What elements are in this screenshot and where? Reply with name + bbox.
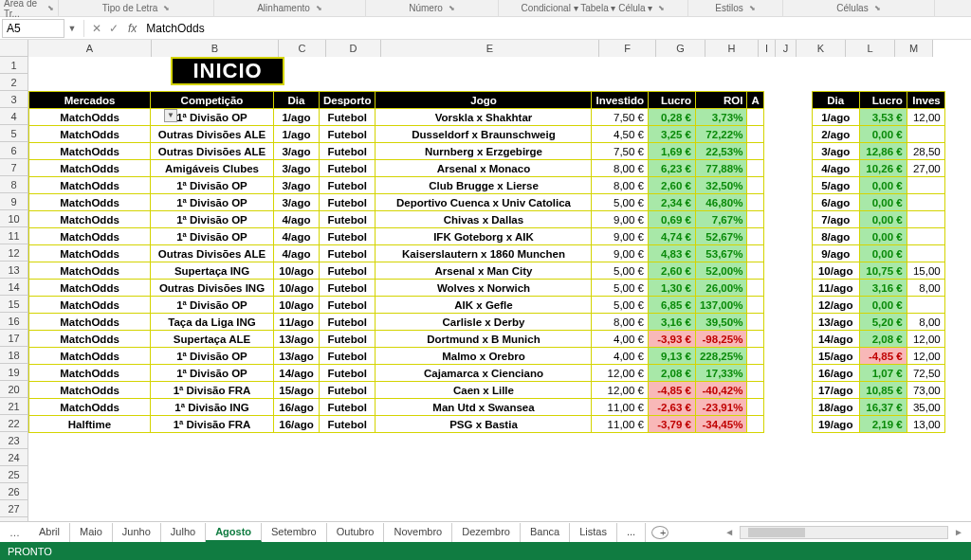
table-header[interactable]: Mercados	[29, 92, 151, 109]
row-header[interactable]: 25	[0, 466, 27, 483]
row-header[interactable]: 17	[0, 330, 27, 347]
table-header[interactable]: ROI	[695, 92, 746, 109]
sheet-tab[interactable]: Outubro	[327, 523, 385, 542]
main-table[interactable]: MercadosCompetiçãoDiaDesportoJogoInvesti…	[28, 91, 764, 433]
table-row[interactable]: MatchOdds1ª Divisão FRA15/agoFutebolCaen…	[29, 382, 764, 399]
sheet-tab[interactable]: Dezembro	[452, 523, 521, 542]
row-header[interactable]: 2	[0, 74, 27, 91]
cancel-formula-icon[interactable]: ✕	[88, 22, 105, 35]
table-row[interactable]: MatchOddsOutras Divisões ING10/agoFutebo…	[29, 280, 764, 297]
table-row[interactable]: 5/ago0,00 €	[812, 177, 944, 194]
row-header[interactable]: 1	[0, 57, 27, 74]
sheet-tab[interactable]: Julho	[161, 523, 206, 542]
table-row[interactable]: MatchOdds1ª Divisão OP4/agoFutebolIFK Go…	[29, 228, 764, 245]
table-row[interactable]: 1/ago3,53 €12,00	[812, 109, 944, 126]
column-header[interactable]: M	[895, 40, 933, 57]
table-row[interactable]: 2/ago0,00 €	[812, 126, 944, 143]
accept-formula-icon[interactable]: ✓	[105, 22, 122, 35]
tab-scroll-icon[interactable]: …	[0, 527, 29, 538]
sheet-tab[interactable]: Listas	[570, 523, 617, 542]
row-header[interactable]: 10	[0, 210, 27, 227]
table-row[interactable]: 13/ago5,20 €8,00	[812, 314, 944, 331]
row-header[interactable]: 5	[0, 125, 27, 142]
table-row[interactable]: 11/ago3,16 €8,00	[812, 280, 944, 297]
table-row[interactable]: 6/ago0,00 €	[812, 194, 944, 211]
table-row[interactable]: 10/ago10,75 €15,00	[812, 262, 944, 280]
table-header[interactable]: Competição	[151, 92, 274, 109]
formula-bar[interactable]: MatchOdds	[142, 20, 971, 37]
select-all-corner[interactable]	[0, 40, 28, 57]
row-header[interactable]: 4	[0, 108, 27, 125]
table-row[interactable]: 17/ago10,85 €73,00	[812, 382, 944, 399]
table-header[interactable]: Jogo	[376, 92, 592, 109]
scroll-right-icon[interactable]: ►	[954, 527, 963, 537]
row-header[interactable]: 23	[0, 432, 27, 449]
table-row[interactable]: 16/ago1,07 €72,50	[812, 365, 944, 382]
table-row[interactable]: 3/ago12,86 €28,50	[812, 143, 944, 160]
table-row[interactable]: 15/ago-4,85 €12,00	[812, 348, 944, 365]
table-row[interactable]: MatchOdds1ª Divisão OP4/agoFutebolChivas…	[29, 211, 764, 228]
scroll-left-icon[interactable]: ◄	[724, 527, 734, 537]
sheet-tab[interactable]: Setembro	[262, 523, 327, 542]
table-row[interactable]: MatchOddsOutras Divisões ALE4/agoFutebol…	[29, 245, 764, 262]
table-header[interactable]: Inves	[907, 92, 944, 109]
table-row[interactable]: 14/ago2,08 €12,00	[812, 331, 944, 348]
table-header[interactable]: Lucro	[648, 92, 695, 109]
row-header[interactable]: 21	[0, 398, 27, 415]
table-row[interactable]: MatchOdds1ª Divisão OP10/agoFutebolAIK x…	[29, 297, 764, 314]
row-header[interactable]: 16	[0, 313, 27, 330]
table-row[interactable]: 7/ago0,00 €	[812, 211, 944, 228]
table-row[interactable]: MatchOdds1ª Divisão OP3/agoFutebolDeport…	[29, 194, 764, 211]
table-header[interactable]: Desporto	[320, 92, 376, 109]
table-row[interactable]: MatchOddsTaça da Liga ING11/agoFutebolCa…	[29, 314, 764, 331]
column-header[interactable]: J	[776, 40, 797, 57]
table-row[interactable]: MatchOdds1ª Divisão OP3/agoFutebolClub B…	[29, 177, 764, 194]
summary-table[interactable]: DiaLucroInves1/ago3,53 €12,002/ago0,00 €…	[812, 91, 945, 433]
table-row[interactable]: 8/ago0,00 €	[812, 228, 944, 245]
row-header[interactable]: 11	[0, 227, 27, 244]
row-header[interactable]: 22	[0, 415, 27, 432]
row-header[interactable]: 9	[0, 193, 27, 210]
table-row[interactable]: 4/ago10,26 €27,00	[812, 160, 944, 177]
table-row[interactable]: MatchOddsSupertaça ING10/agoFutebolArsen…	[29, 262, 764, 280]
column-header[interactable]: H	[705, 40, 759, 57]
row-header[interactable]: 13	[0, 262, 27, 279]
row-headers[interactable]: 1234567891011121314151617181920212223242…	[0, 57, 28, 521]
column-header[interactable]: A	[28, 40, 152, 57]
row-header[interactable]: 3	[0, 91, 27, 108]
sheet-tab[interactable]: Maio	[70, 523, 113, 542]
column-header[interactable]: C	[279, 40, 326, 57]
sheet-tab[interactable]: Novembro	[384, 523, 452, 542]
column-header[interactable]: E	[381, 40, 599, 57]
fx-icon[interactable]: fx	[128, 22, 137, 35]
sheet-tab[interactable]: ...	[617, 523, 646, 542]
add-sheet-button[interactable]: +	[651, 526, 669, 539]
column-header[interactable]: I	[759, 40, 776, 57]
row-header[interactable]: 27	[0, 500, 27, 517]
table-header[interactable]: Investido	[592, 92, 648, 109]
table-header[interactable]: A	[747, 92, 763, 109]
table-header[interactable]: Dia	[812, 92, 859, 109]
sheet-tab[interactable]: Banca	[521, 523, 570, 542]
column-header[interactable]: F	[599, 40, 656, 57]
table-row[interactable]: MatchOddsAmigáveis Clubes3/agoFutebolArs…	[29, 160, 764, 177]
table-row[interactable]: MatchOdds1ª Divisão ING16/agoFutebolMan …	[29, 399, 764, 416]
column-header[interactable]: K	[797, 40, 846, 57]
table-row[interactable]: 12/ago0,00 €	[812, 297, 944, 314]
table-row[interactable]: MatchOddsOutras Divisões ALE3/agoFutebol…	[29, 143, 764, 160]
inicio-button[interactable]: INICIO	[171, 57, 284, 85]
column-header[interactable]: L	[846, 40, 895, 57]
row-header[interactable]: 18	[0, 347, 27, 364]
table-header[interactable]: Lucro	[859, 92, 907, 109]
row-header[interactable]: 14	[0, 279, 27, 296]
table-row[interactable]: MatchOdds1ª Divisão OP1/agoFutebolVorskl…	[29, 109, 764, 126]
row-header[interactable]: 15	[0, 296, 27, 313]
row-header[interactable]: 12	[0, 244, 27, 262]
table-row[interactable]: MatchOddsSupertaça ALE13/agoFutebolDortm…	[29, 331, 764, 348]
row-header[interactable]: 20	[0, 381, 27, 398]
filter-dropdown-icon[interactable]: ▼	[164, 109, 177, 122]
table-row[interactable]: Halftime1ª Divisão FRA16/agoFutebolPSG x…	[29, 416, 764, 433]
table-row[interactable]: MatchOddsOutras Divisões ALE1/agoFutebol…	[29, 126, 764, 143]
column-header[interactable]: B	[152, 40, 279, 57]
name-box-dropdown[interactable]: ▼	[64, 24, 80, 33]
